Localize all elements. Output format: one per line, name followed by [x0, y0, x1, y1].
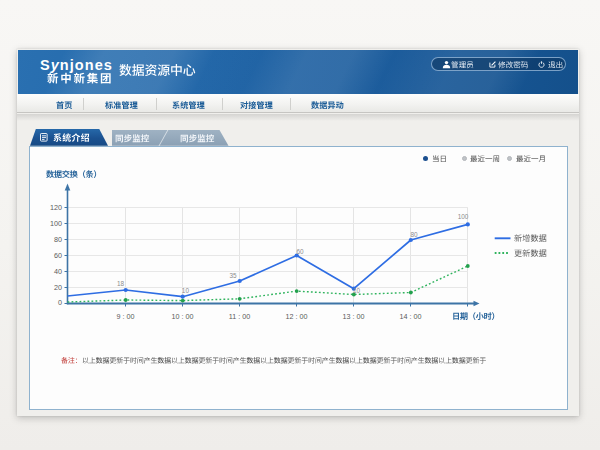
svg-text:40: 40 [54, 267, 62, 276]
svg-text:18: 18 [117, 280, 125, 287]
svg-text:60: 60 [54, 251, 62, 260]
svg-text:0: 0 [58, 298, 62, 307]
svg-text:20: 20 [54, 283, 62, 292]
svg-text:80: 80 [54, 235, 62, 244]
svg-text:80: 80 [410, 231, 418, 238]
svg-text:10: 10 [353, 287, 361, 294]
svg-text:10: 10 [182, 287, 190, 294]
svg-text:10 : 00: 10 : 00 [172, 312, 194, 321]
svg-text:100: 100 [458, 213, 469, 220]
svg-text:12 : 00: 12 : 00 [286, 312, 308, 321]
svg-text:9 : 00: 9 : 00 [117, 312, 135, 321]
svg-text:120: 120 [50, 203, 62, 212]
svg-text:100: 100 [50, 219, 62, 228]
svg-text:35: 35 [229, 272, 237, 279]
svg-text:13 : 00: 13 : 00 [343, 312, 365, 321]
svg-text:60: 60 [296, 248, 304, 255]
svg-text:11 : 00: 11 : 00 [229, 312, 250, 321]
svg-text:14 : 00: 14 : 00 [400, 312, 422, 321]
